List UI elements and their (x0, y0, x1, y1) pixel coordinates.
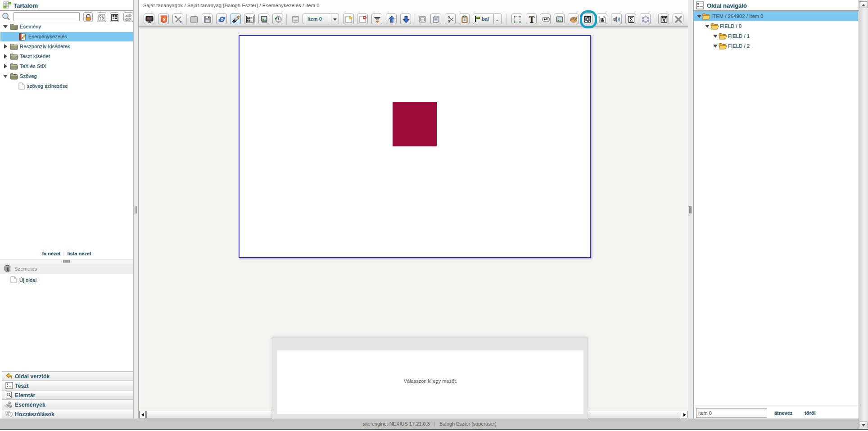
svg-text:?: ? (7, 412, 9, 414)
svg-text:5: 5 (163, 17, 165, 22)
svg-text:?: ? (10, 413, 12, 416)
